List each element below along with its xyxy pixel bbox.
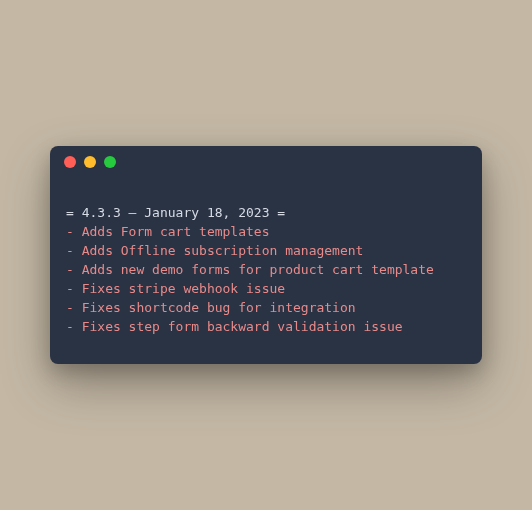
titlebar bbox=[50, 146, 482, 178]
changelog-entry: - Adds Form cart templates bbox=[66, 224, 270, 239]
changelog-entry: - Fixes shortcode bug for integration bbox=[66, 300, 356, 315]
code-block: = 4.3.3 – January 18, 2023 = - Adds Form… bbox=[50, 178, 482, 365]
minimize-icon[interactable] bbox=[84, 156, 96, 168]
changelog-entry: - Fixes stripe webhook issue bbox=[66, 281, 285, 296]
changelog-entry: - Adds new demo forms for product cart t… bbox=[66, 262, 434, 277]
changelog-entry: - Adds Offline subscription management bbox=[66, 243, 363, 258]
changelog-entry: - Fixes step form backward validation is… bbox=[66, 319, 403, 334]
close-icon[interactable] bbox=[64, 156, 76, 168]
terminal-window: = 4.3.3 – January 18, 2023 = - Adds Form… bbox=[50, 146, 482, 365]
changelog-heading: = 4.3.3 – January 18, 2023 = bbox=[66, 205, 285, 220]
zoom-icon[interactable] bbox=[104, 156, 116, 168]
